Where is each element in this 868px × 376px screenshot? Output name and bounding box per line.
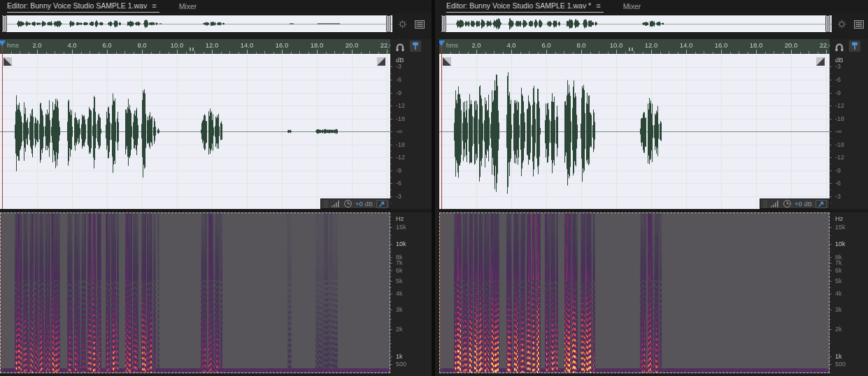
spectrogram-display[interactable] [439,212,830,373]
db-tick-minor [830,112,831,113]
gain-readout[interactable]: +0 dB [355,200,373,208]
magnet-snap-icon[interactable] [395,42,405,55]
fade-in-handle[interactable] [3,57,12,66]
drag-grip-icon[interactable] [324,200,328,208]
overview-handle-right[interactable] [825,15,830,32]
db-tick-label: -6 [396,180,401,187]
hz-unit-label: Hz [396,215,404,222]
ruler-tick-label: 16.0 [715,41,728,49]
zoom-settings-icon[interactable] [398,19,407,31]
hz-tick-minor [830,343,831,344]
playhead-line [441,45,442,54]
tab-editor[interactable]: Editor: Bunny Voice Studio SAMPLE 1.wav … [446,0,604,13]
hz-tick [390,244,392,245]
gain-readout[interactable]: +0 dB [795,200,812,208]
hz-tick [830,270,832,271]
gain-value[interactable]: +0 [355,200,363,208]
editor-panel-left: Editor: Bunny Voice Studio SAMPLE 1.wav … [0,0,432,376]
hz-tick-label: 3k [396,306,403,313]
hz-tick [390,294,392,294]
waveform-canvas[interactable] [439,54,830,209]
overview-waveform-canvas[interactable] [2,15,392,32]
db-tick-label: -9 [835,167,841,174]
timeline-ruler[interactable]: hms 2.04.06.08.010.012.014.016.018.020.0… [0,39,390,54]
ruler-tick-label: 22.0 [820,41,830,49]
tab-mixer-label: Mixer [623,2,641,10]
clip-marker [629,48,630,51]
fade-in-handle[interactable] [443,57,451,66]
clip-marker [190,48,191,51]
db-tick [830,145,832,145]
gain-value[interactable]: +0 [795,200,802,208]
db-tick [830,171,832,171]
overview-waveform-canvas[interactable] [441,15,832,32]
db-tick [830,131,832,132]
spectrogram-display[interactable] [0,212,390,373]
db-tick [390,196,392,197]
playhead-marker[interactable] [439,41,445,46]
ruler-unit-label: hms [446,42,458,49]
db-tick-minor [830,164,831,164]
hz-tick-minor [830,267,831,268]
ruler-unit-label: hms [7,42,19,49]
drag-grip-icon[interactable] [763,200,767,208]
tab-mixer[interactable]: Mixer [179,1,200,13]
ruler-tick-label: 6.0 [541,41,550,49]
db-tick-label: -3 [835,193,841,200]
db-tick [390,80,392,80]
hz-tick-label: 10k [835,240,846,247]
db-tick [830,106,832,106]
overview-handle-left[interactable] [2,15,7,32]
playhead-line [2,45,3,54]
db-tick-minor [390,86,392,87]
spectrogram-canvas[interactable] [440,213,829,373]
db-tick [830,157,832,158]
hz-tick [390,257,392,258]
waveform-display[interactable]: +0 dB [0,54,390,209]
zoom-settings-icon[interactable] [837,19,846,31]
panel-menu-icon[interactable] [415,19,425,31]
hz-tick [830,263,832,263]
tab-editor-label: Editor: Bunny Voice Studio SAMPLE 1.wav … [446,1,591,10]
hz-tick-minor [390,276,392,277]
waveform-canvas[interactable] [0,54,390,209]
waveform-display[interactable]: +0 dB [439,54,830,209]
overview-navigator[interactable] [441,15,831,33]
frequency-scale: Hz 15k10k8k7k6k5k4k3k2k1k500 [830,212,868,373]
clock-knob-icon[interactable] [344,200,352,208]
db-tick-label: -9 [835,89,841,96]
ruler-toolbar [830,39,868,54]
fade-out-handle[interactable] [816,57,825,66]
hz-tick-minor [830,319,831,320]
popout-button[interactable] [376,200,387,208]
timeline-ruler[interactable]: hms 2.04.06.08.010.012.014.016.018.020.0… [439,39,830,54]
spectrogram-canvas[interactable] [1,213,390,373]
hz-tick-label: 2k [396,326,403,333]
magnet-snap-icon[interactable] [834,42,844,55]
overview-handle-left[interactable] [441,15,446,32]
fade-out-handle[interactable] [377,57,385,66]
ruler-tick-label: 14.0 [241,41,254,49]
tab-menu-icon[interactable]: ≡ [596,3,600,8]
clock-knob-icon[interactable] [783,200,791,208]
overview-navigator[interactable] [1,15,392,33]
pin-icon [412,42,419,50]
ruler-tick-label: 10.0 [171,41,184,49]
hz-tick-minor [390,267,392,268]
panel-menu-icon[interactable] [854,19,864,31]
hz-tick-label: 6k [835,267,842,274]
db-tick-minor [830,151,831,152]
pin-button[interactable] [848,40,861,52]
hz-tick-minor [390,343,392,344]
db-tick-minor [390,73,392,74]
tab-menu-icon[interactable]: ≡ [152,3,156,8]
overview-handle-right[interactable] [386,15,391,32]
pin-button[interactable] [409,40,422,52]
tab-mixer[interactable]: Mixer [623,1,644,13]
tab-editor[interactable]: Editor: Bunny Voice Studio SAMPLE 1.wav … [7,0,159,13]
db-tick-label: -3 [396,63,401,70]
popout-button[interactable] [816,200,827,208]
playhead-marker[interactable] [0,41,6,46]
ruler-tick-label: 2.0 [471,41,481,49]
db-tick-minor [390,138,392,138]
